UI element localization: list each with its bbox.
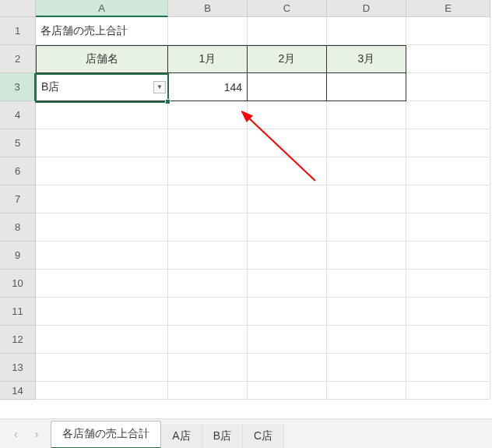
cell-C14[interactable] [248, 382, 327, 400]
cell-C7[interactable] [248, 185, 327, 213]
cell-E2[interactable] [406, 45, 490, 73]
cell-A13[interactable] [36, 354, 168, 382]
cell-D13[interactable] [327, 354, 406, 382]
cell-B7[interactable] [168, 185, 248, 213]
cell-D12[interactable] [327, 326, 406, 354]
cell-E8[interactable] [406, 213, 490, 242]
tab-nav-next[interactable]: › [35, 428, 39, 440]
cell-E13[interactable] [406, 354, 490, 382]
cell-C2[interactable]: 2月 [248, 45, 327, 73]
cell-A3[interactable]: B店 ▼ [36, 73, 168, 101]
row-header-13[interactable]: 13 [0, 354, 36, 382]
cell-C3[interactable] [248, 73, 327, 101]
cell-A4[interactable] [36, 101, 168, 129]
row-header-7[interactable]: 7 [0, 185, 36, 213]
row-header-12[interactable]: 12 [0, 326, 36, 354]
cell-B5[interactable] [168, 129, 248, 157]
col-header-B[interactable]: B [168, 0, 248, 17]
sheet-tab-a[interactable]: A店 [161, 424, 202, 449]
cell-A2[interactable]: 店舗名 [36, 45, 168, 73]
cell-B10[interactable] [168, 270, 248, 298]
cell-C6[interactable] [248, 157, 327, 185]
row-header-11[interactable]: 11 [0, 298, 36, 326]
dropdown-button[interactable]: ▼ [153, 81, 166, 93]
cell-C10[interactable] [248, 270, 327, 298]
row-header-10[interactable]: 10 [0, 270, 36, 298]
cell-B13[interactable] [168, 354, 248, 382]
cell-B12[interactable] [168, 326, 248, 354]
cell-D2[interactable]: 3月 [327, 45, 406, 73]
cell-A7[interactable] [36, 185, 168, 213]
cell-E4[interactable] [406, 101, 490, 129]
cell-C4[interactable] [248, 101, 327, 129]
cell-D10[interactable] [327, 270, 406, 298]
cell-E6[interactable] [406, 157, 490, 185]
cell-D11[interactable] [327, 298, 406, 326]
cell-D9[interactable] [327, 242, 406, 270]
row-2: 2 店舗名 1月 2月 3月 [0, 45, 492, 73]
cell-E11[interactable] [406, 298, 490, 326]
cell-B11[interactable] [168, 298, 248, 326]
row-header-6[interactable]: 6 [0, 157, 36, 185]
cell-A11[interactable] [36, 298, 168, 326]
sheet-tab-b[interactable]: B店 [202, 424, 243, 449]
row-header-2[interactable]: 2 [0, 45, 36, 73]
row-header-4[interactable]: 4 [0, 101, 36, 129]
row-header-3[interactable]: 3 [0, 73, 36, 101]
cell-B8[interactable] [168, 213, 248, 242]
cell-E10[interactable] [406, 270, 490, 298]
cell-C12[interactable] [248, 326, 327, 354]
col-header-A[interactable]: A [36, 0, 168, 17]
cell-C11[interactable] [248, 298, 327, 326]
cell-E3[interactable] [406, 73, 490, 101]
cell-C9[interactable] [248, 242, 327, 270]
col-header-C[interactable]: C [248, 0, 327, 17]
sheet-tab-c[interactable]: C店 [243, 424, 284, 449]
cell-A5[interactable] [36, 129, 168, 157]
cell-A8[interactable] [36, 213, 168, 242]
cell-A6[interactable] [36, 157, 168, 185]
cell-C1[interactable] [248, 17, 327, 45]
cell-D6[interactable] [327, 157, 406, 185]
cell-D5[interactable] [327, 129, 406, 157]
cell-B2[interactable]: 1月 [168, 45, 248, 73]
cell-B3[interactable]: 144 [168, 73, 248, 101]
cell-B6[interactable] [168, 157, 248, 185]
row-header-14[interactable]: 14 [0, 382, 36, 400]
col-header-D[interactable]: D [327, 0, 406, 17]
cell-C8[interactable] [248, 213, 327, 242]
cell-D3[interactable] [327, 73, 406, 101]
cell-B9[interactable] [168, 242, 248, 270]
cell-C13[interactable] [248, 354, 327, 382]
row-header-8[interactable]: 8 [0, 213, 36, 242]
tab-nav-prev[interactable]: ‹ [14, 428, 18, 440]
cell-E14[interactable] [406, 382, 490, 400]
cell-E5[interactable] [406, 129, 490, 157]
sheet-tab-summary[interactable]: 各店舗の売上合計 [51, 421, 161, 449]
row-8: 8 [0, 213, 492, 242]
cell-E1[interactable] [406, 17, 490, 45]
cell-D4[interactable] [327, 101, 406, 129]
cell-B14[interactable] [168, 382, 248, 400]
cell-E7[interactable] [406, 185, 490, 213]
row-header-5[interactable]: 5 [0, 129, 36, 157]
col-header-E[interactable]: E [406, 0, 490, 17]
select-all-corner[interactable] [0, 0, 36, 17]
cell-A1[interactable]: 各店舗の売上合計 [36, 17, 168, 45]
cell-D14[interactable] [327, 382, 406, 400]
cell-B1[interactable] [168, 17, 248, 45]
cell-A14[interactable] [36, 382, 168, 400]
cell-D8[interactable] [327, 213, 406, 242]
cell-D1[interactable] [327, 17, 406, 45]
cell-D7[interactable] [327, 185, 406, 213]
cell-E9[interactable] [406, 242, 490, 270]
row-6: 6 [0, 157, 492, 185]
row-header-1[interactable]: 1 [0, 17, 36, 45]
cell-B4[interactable] [168, 101, 248, 129]
cell-A10[interactable] [36, 270, 168, 298]
cell-E12[interactable] [406, 326, 490, 354]
cell-A9[interactable] [36, 242, 168, 270]
row-header-9[interactable]: 9 [0, 242, 36, 270]
cell-A12[interactable] [36, 326, 168, 354]
cell-C5[interactable] [248, 129, 327, 157]
